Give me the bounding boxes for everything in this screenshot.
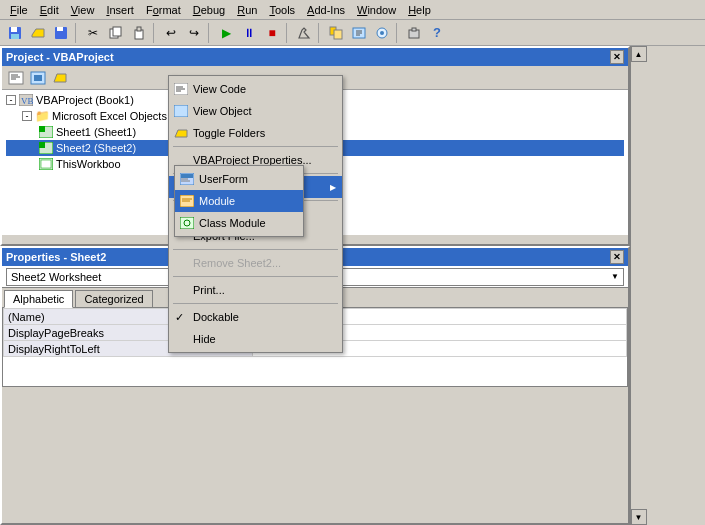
- menu-edit[interactable]: Edit: [34, 2, 65, 18]
- ctx-toggle-folders[interactable]: Toggle Folders: [169, 122, 342, 144]
- menu-tools[interactable]: Tools: [263, 2, 301, 18]
- svg-rect-20: [412, 28, 416, 31]
- svg-rect-31: [39, 126, 45, 132]
- menu-debug[interactable]: Debug: [187, 2, 231, 18]
- properties-object-name: Sheet2 Worksheet: [11, 271, 101, 283]
- sub-class-module[interactable]: Class Module: [175, 212, 303, 234]
- svg-rect-43: [181, 174, 193, 178]
- ctx-hide[interactable]: Hide: [169, 328, 342, 350]
- sheet1-icon: [38, 125, 54, 139]
- menu-run[interactable]: Run: [231, 2, 263, 18]
- sub-module-label: Module: [199, 195, 235, 207]
- svg-rect-35: [41, 160, 51, 168]
- toolbar-sep-1: [75, 23, 79, 43]
- scroll-up-button[interactable]: ▲: [631, 46, 647, 62]
- ctx-hide-label: Hide: [193, 333, 216, 345]
- toolbar-save2[interactable]: [50, 22, 72, 44]
- ctx-view-object-label: View Object: [193, 105, 252, 117]
- ctx-remove-sheet2-label: Remove Sheet2...: [193, 257, 281, 269]
- toolbar-pause[interactable]: ⏸: [238, 22, 260, 44]
- svg-text:VB: VB: [21, 96, 33, 106]
- toggle-folders-icon: [173, 125, 189, 141]
- svg-rect-7: [113, 27, 121, 36]
- menu-file[interactable]: File: [4, 2, 34, 18]
- menu-format[interactable]: Format: [140, 2, 187, 18]
- toolbar-undo[interactable]: ↩: [160, 22, 182, 44]
- properties-title: Properties - Sheet2: [6, 251, 106, 263]
- sheet1-label: Sheet1 (Sheet1): [56, 126, 136, 138]
- toolbar-project-explorer[interactable]: [325, 22, 347, 44]
- svg-marker-41: [175, 130, 187, 137]
- sub-class-module-label: Class Module: [199, 217, 266, 229]
- view-object-icon: [173, 103, 189, 119]
- vbaproject-label: VBAProject (Book1): [36, 94, 134, 106]
- toolbar-sep-4: [286, 23, 290, 43]
- menu-bar: File Edit View Insert Format Debug Run T…: [0, 0, 705, 20]
- sub-userform[interactable]: UserForm: [175, 168, 303, 190]
- properties-close-button[interactable]: ✕: [610, 250, 624, 264]
- menu-view[interactable]: View: [65, 2, 101, 18]
- userform-icon: [179, 171, 195, 187]
- ctx-sep-5: [173, 276, 338, 277]
- toolbar-paste[interactable]: [128, 22, 150, 44]
- sheet2-label: Sheet2 (Sheet2): [56, 142, 136, 154]
- scroll-track: [631, 62, 647, 509]
- svg-rect-26: [34, 75, 42, 81]
- tree-toggle-excel-objects[interactable]: -: [22, 111, 32, 121]
- view-object-btn[interactable]: [28, 69, 48, 87]
- svg-marker-27: [54, 74, 66, 82]
- svg-rect-1: [11, 27, 17, 32]
- svg-rect-5: [57, 27, 63, 31]
- ctx-view-object[interactable]: View Object: [169, 100, 342, 122]
- toolbar-toolbox[interactable]: [403, 22, 425, 44]
- menu-help[interactable]: Help: [402, 2, 437, 18]
- toolbar-object-browser[interactable]: [371, 22, 393, 44]
- submenu-insert: UserForm Module Class Module: [174, 165, 304, 237]
- menu-addins[interactable]: Add-Ins: [301, 2, 351, 18]
- toolbar-save[interactable]: [4, 22, 26, 44]
- tab-categorized[interactable]: Categorized: [75, 290, 152, 307]
- tab-alphabetic[interactable]: Alphabetic: [4, 290, 73, 308]
- ctx-print-label: Print...: [193, 284, 225, 296]
- svg-point-18: [380, 31, 384, 35]
- toolbar-cut[interactable]: ✂: [82, 22, 104, 44]
- toolbar-design[interactable]: [293, 22, 315, 44]
- view-code-btn[interactable]: [6, 69, 26, 87]
- right-scrollbar: ▲ ▼: [630, 46, 646, 525]
- main-toolbar: ✂ ↩ ↪ ▶ ⏸ ■ ?: [0, 20, 705, 46]
- sub-module[interactable]: Module: [175, 190, 303, 212]
- thisworkbook-label: ThisWorkboo: [56, 158, 121, 170]
- svg-rect-40: [174, 105, 188, 117]
- ctx-dockable[interactable]: Dockable: [169, 306, 342, 328]
- sub-userform-label: UserForm: [199, 173, 248, 185]
- module-icon: [179, 193, 195, 209]
- svg-marker-10: [299, 28, 309, 38]
- project-close-button[interactable]: ✕: [610, 50, 624, 64]
- toolbar-sep-5: [318, 23, 322, 43]
- svg-marker-3: [32, 29, 44, 37]
- vbproject-icon: VB: [18, 93, 34, 107]
- ctx-print[interactable]: Print...: [169, 279, 342, 301]
- main-area: Project - VBAProject ✕ - V: [0, 46, 705, 525]
- toolbar-open[interactable]: [27, 22, 49, 44]
- dropdown-arrow-icon: ▼: [611, 272, 619, 281]
- ctx-view-code[interactable]: View Code: [169, 78, 342, 100]
- project-title: Project - VBAProject: [6, 51, 114, 63]
- toolbar-redo[interactable]: ↪: [183, 22, 205, 44]
- ctx-toggle-folders-label: Toggle Folders: [193, 127, 265, 139]
- toolbar-copy[interactable]: [105, 22, 127, 44]
- svg-rect-49: [180, 217, 194, 229]
- toggle-folders-btn[interactable]: [50, 69, 70, 87]
- toolbar-run[interactable]: ▶: [215, 22, 237, 44]
- svg-rect-9: [137, 27, 141, 31]
- toolbar-help[interactable]: ?: [426, 22, 448, 44]
- scroll-down-button[interactable]: ▼: [631, 509, 647, 525]
- menu-window[interactable]: Window: [351, 2, 402, 18]
- toolbar-stop[interactable]: ■: [261, 22, 283, 44]
- menu-insert[interactable]: Insert: [100, 2, 140, 18]
- ctx-sep-6: [173, 303, 338, 304]
- view-code-icon: [173, 81, 189, 97]
- ctx-view-code-label: View Code: [193, 83, 246, 95]
- tree-toggle-vbaproject[interactable]: -: [6, 95, 16, 105]
- toolbar-properties[interactable]: [348, 22, 370, 44]
